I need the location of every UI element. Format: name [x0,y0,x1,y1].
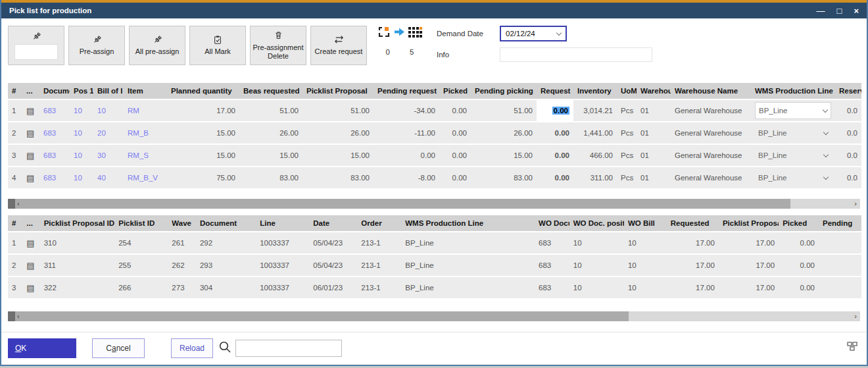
ok-button[interactable]: OK [8,338,76,358]
scrollbar-thumb[interactable]: ‹ [15,311,629,321]
table2-horizontal-scrollbar[interactable]: ‹ › [8,311,860,321]
col-header-picklist_proposal[interactable]: Picklist Proposal [302,83,374,99]
col-header-date[interactable]: Date [309,215,357,231]
cancel-button[interactable]: Cancel [92,338,145,358]
row-details-icon[interactable]: ▤ [26,261,34,271]
table-row[interactable]: 2▤311255262293100333705/04/23213-1BP_Lin… [8,255,861,276]
link-item[interactable]: RM_B_V [128,174,158,182]
col-header-wave[interactable]: Wave [168,215,196,231]
col-header-warehouse[interactable]: Warehous [637,83,671,99]
link-document[interactable]: 683 [43,107,56,115]
col-header-pos[interactable]: Pos 1 [70,83,93,99]
link-pos[interactable]: 10 [74,107,82,115]
col-header-reserved[interactable]: Reserved [835,83,861,99]
close-icon[interactable]: × [854,7,859,15]
link-pos[interactable]: 10 [74,129,82,137]
col-header-expand[interactable]: ... [22,83,39,99]
demand-date-combo[interactable]: 02/12/24 [500,26,567,41]
link-pos[interactable]: 10 [74,174,82,182]
form-settings-icon[interactable] [847,342,857,354]
col-header-expand[interactable]: ... [22,215,39,231]
table-row[interactable]: 3▤322266273304100333706/01/23213-1BP_Lin… [8,277,861,298]
toolbar-button-pre-assignment-delete[interactable]: Pre-assignment Delete [250,26,306,65]
maximize-icon[interactable]: □ [837,7,842,15]
scroll-left-icon[interactable]: ‹ [15,199,22,209]
col-header-bill[interactable]: Bill of I [93,83,124,99]
wms-line-dropdown[interactable]: BP_Line [755,147,831,164]
request-input-selected[interactable]: 0.00 [552,107,569,115]
row-details-icon[interactable]: ▤ [26,151,34,161]
col-header-requested[interactable]: Requested [667,215,719,231]
scroll-right-icon[interactable]: › [852,199,859,209]
row-details-icon[interactable]: ▤ [26,283,34,293]
col-header-pending_request[interactable]: Pending request [374,83,439,99]
table-row[interactable]: 3▤6831030RM_S15.0015.0015.000.000.0015.0… [8,145,861,166]
search-icon[interactable] [218,340,231,356]
wms-line-dropdown[interactable]: BP_Line [755,102,831,119]
col-header-picked[interactable]: Picked [439,83,471,99]
link-bill[interactable]: 30 [97,151,106,159]
col-header-ppid[interactable]: Picklist Proposal ID [40,215,115,231]
link-bill[interactable]: 40 [97,174,106,182]
link-bill[interactable]: 10 [97,107,106,115]
link-item[interactable]: RM_B [128,129,149,137]
scrollbar-thumb[interactable]: ‹ [15,199,790,209]
cell-request[interactable]: 0.00 [537,122,573,144]
col-header-warehouse_name[interactable]: Warehouse Name [671,83,751,99]
col-header-pending[interactable]: Pending [819,215,861,231]
link-document[interactable]: 683 [43,174,56,182]
search-input[interactable] [235,340,342,357]
row-details-icon[interactable]: ▤ [26,128,34,138]
wms-line-dropdown[interactable]: BP_Line [755,124,831,142]
toolbar-button-all-pre-assign[interactable]: All pre-assign [129,26,185,65]
table1-horizontal-scrollbar[interactable]: ‹ › [8,199,860,209]
col-header-inventory[interactable]: Inventory [573,83,617,99]
col-header-document[interactable]: Document [196,215,256,231]
link-item[interactable]: RM_S [128,151,149,159]
col-header-beas_requested[interactable]: Beas requested [239,83,302,99]
col-header-order[interactable]: Order [357,215,401,231]
col-header-wo_doc[interactable]: WO Docum [535,215,569,231]
col-header-line[interactable]: Line [256,215,309,231]
row-details-icon[interactable]: ▤ [26,106,34,116]
scroll-left-icon[interactable]: ‹ [15,311,22,321]
col-header-document[interactable]: Docume [39,83,70,99]
table-row[interactable]: 2▤6831020RM_B15.0026.0026.00-11.000.0026… [8,122,861,144]
row-details-icon[interactable]: ▤ [26,173,34,183]
col-header-picked[interactable]: Picked [779,215,819,231]
toolbar-button-pin-field[interactable] [8,26,64,65]
link-document[interactable]: 683 [43,151,56,159]
col-header-uom[interactable]: UoM [617,83,637,99]
cell-request[interactable]: 0.00 [537,167,573,188]
col-header-num[interactable]: # [8,215,22,231]
table-row[interactable]: 1▤310254261292100333705/04/23213-1BP_Lin… [8,232,861,253]
col-header-request[interactable]: Request [537,83,573,99]
col-header-pending_picking[interactable]: Pending picking [471,83,537,99]
wms-line-dropdown[interactable]: BP_Line [755,169,831,186]
toolbar-button-pre-assign[interactable]: Pre-assign [68,26,125,65]
minimize-icon[interactable]: — [817,7,825,15]
col-header-planned_qty[interactable]: Planned quantity [167,83,239,99]
row-details-icon[interactable]: ▤ [26,238,34,248]
scroll-right-icon[interactable]: › [852,311,859,321]
col-header-item[interactable]: Item [124,83,167,99]
info-input[interactable] [500,47,652,62]
link-bill[interactable]: 20 [97,129,106,137]
toolbar-button-all-mark[interactable]: All Mark [189,26,246,65]
table-row[interactable]: 1▤6831010RM17.0051.0051.00-34.000.0051.0… [8,100,861,121]
link-document[interactable]: 683 [43,129,56,137]
col-header-wo_pos[interactable]: WO Doc. position [569,215,624,231]
col-header-wo_bill[interactable]: WO Bill [624,215,667,231]
col-header-wms_line[interactable]: WMS Production Line [751,83,835,99]
col-header-num[interactable]: # [8,83,22,99]
toolbar-button-create-request[interactable]: Create request [310,26,367,65]
cell-request[interactable]: 0.00 [537,145,573,166]
reload-button[interactable]: Reload [171,338,213,358]
link-item[interactable]: RM [128,107,139,115]
col-header-wms[interactable]: WMS Production Line [401,215,535,231]
col-header-pid[interactable]: Picklist ID [114,215,168,231]
toolbar-pin-input[interactable] [14,44,58,60]
link-pos[interactable]: 10 [74,151,82,159]
table-row[interactable]: 4▤6831040RM_B_V75.0083.0083.00-8.000.008… [8,167,861,188]
col-header-ppl[interactable]: Picklist Proposal [719,215,779,231]
